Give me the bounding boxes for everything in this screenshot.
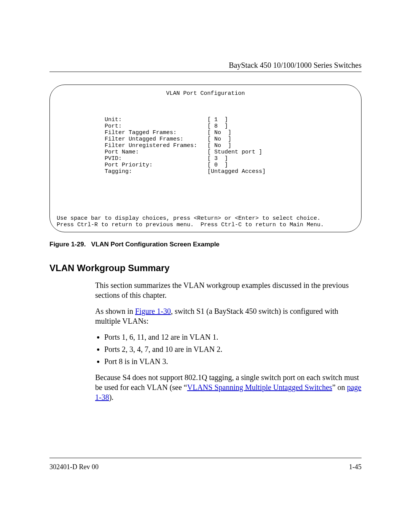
header-rule (49, 72, 362, 72)
bullet-item: Ports 1, 6, 11, and 12 are in VLAN 1. (104, 332, 362, 342)
screen-fields: Unit: [ 1 ] Port: [ 8 ] Filter Tagged Fr… (57, 110, 354, 175)
body-text: This section summarizes the VLAN workgro… (95, 280, 362, 408)
para-2: As shown in Figure 1-30, switch S1 (a Ba… (95, 306, 362, 326)
para-3: Because S4 does not support 802.1Q taggi… (95, 372, 362, 402)
doc-id: 302401-D Rev 00 (49, 463, 99, 471)
screen-title: VLAN Port Configuration (57, 90, 354, 97)
footer-rule (49, 458, 362, 458)
screen-help2: Press Ctrl-R to return to previous menu.… (57, 222, 354, 228)
figure-label: Figure 1-29. (49, 241, 86, 248)
section-heading: VLAN Workgroup Summary (49, 263, 170, 273)
bullet-item: Port 8 is in VLAN 3. (104, 356, 362, 366)
page-footer: 302401-D Rev 00 1-45 (49, 463, 362, 471)
bullet-item: Ports 2, 3, 4, 7, and 10 are in VLAN 2. (104, 344, 362, 354)
vlans-spanning-link[interactable]: VLANS Spanning Multiple Untagged Switche… (187, 383, 332, 391)
terminal-screenshot: VLAN Port Configuration Unit: [ 1 ] Port… (49, 85, 362, 232)
figure-1-30-link[interactable]: Figure 1-30 (135, 307, 171, 315)
bullet-list: Ports 1, 6, 11, and 12 are in VLAN 1.Por… (95, 332, 362, 366)
running-header: BayStack 450 10/100/1000 Series Switches (49, 61, 362, 70)
page: BayStack 450 10/100/1000 Series Switches… (0, 0, 411, 532)
para-1: This section summarizes the VLAN workgro… (95, 280, 362, 300)
para-3b: ” on (332, 383, 347, 391)
screen-help1: Use space bar to display choices, press … (57, 215, 354, 222)
para-2a: As shown in (95, 307, 135, 315)
page-number: 1-45 (349, 463, 362, 471)
para-3c: ). (109, 393, 114, 401)
figure-caption: Figure 1-29. VLAN Port Configuration Scr… (49, 241, 362, 248)
figure-text: VLAN Port Configuration Screen Example (91, 241, 220, 248)
